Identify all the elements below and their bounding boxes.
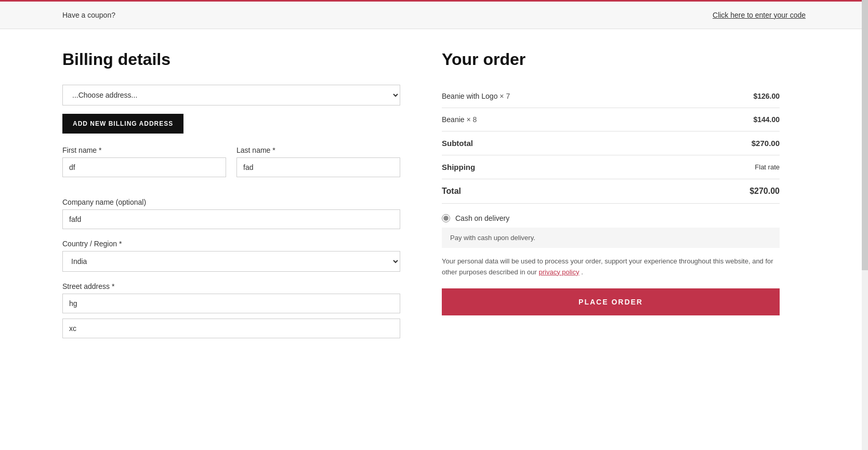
country-group: Country / Region * India United States U…: [62, 240, 400, 272]
order-title: Your order: [442, 50, 780, 69]
place-order-button[interactable]: PLACE ORDER: [442, 288, 780, 315]
shipping-label: Shipping: [442, 155, 676, 179]
company-group: Company name (optional): [62, 198, 400, 229]
main-content: Billing details ...Choose address... ADD…: [0, 29, 868, 369]
product-price-1: $126.00: [676, 85, 780, 108]
add-address-button[interactable]: ADD NEW BILLING ADDRESS: [62, 114, 183, 134]
product-name-2: Beanie × 8: [442, 108, 676, 131]
company-label: Company name (optional): [62, 198, 400, 206]
last-name-group: Last name *: [236, 146, 400, 177]
scrollbar-thumb[interactable]: [862, 0, 868, 270]
subtotal-row: Subtotal $270.00: [442, 131, 780, 155]
address-select[interactable]: ...Choose address...: [62, 85, 400, 105]
order-item-row: Beanie with Logo × 7 $126.00: [442, 85, 780, 108]
street-input-1[interactable]: [62, 294, 400, 313]
order-section: Your order Beanie with Logo × 7 $126.00 …: [442, 50, 780, 349]
first-name-group: First name *: [62, 146, 226, 177]
total-value: $270.00: [676, 179, 780, 204]
total-row: Total $270.00: [442, 179, 780, 204]
last-name-input[interactable]: [236, 157, 400, 177]
order-item-row: Beanie × 8 $144.00: [442, 108, 780, 131]
scrollbar-track[interactable]: [862, 0, 868, 369]
subtotal-value: $270.00: [676, 131, 780, 155]
street-input-2[interactable]: [62, 319, 400, 338]
total-label: Total: [442, 179, 676, 204]
coupon-text: Have a coupon?: [62, 11, 115, 19]
subtotal-label: Subtotal: [442, 131, 676, 155]
privacy-text: Your personal data will be used to proce…: [442, 256, 780, 278]
first-name-input[interactable]: [62, 157, 226, 177]
payment-description: Pay with cash upon delivery.: [442, 228, 780, 248]
street-label: Street address *: [62, 282, 400, 290]
coupon-bar: Have a coupon? Click here to enter your …: [0, 0, 868, 29]
payment-option: Cash on delivery: [442, 214, 780, 222]
payment-section: Cash on delivery Pay with cash upon deli…: [442, 214, 780, 315]
shipping-value: Flat rate: [676, 155, 780, 179]
billing-section: Billing details ...Choose address... ADD…: [62, 50, 400, 349]
street-group: Street address *: [62, 282, 400, 338]
product-name-1: Beanie with Logo × 7: [442, 85, 676, 108]
first-name-label: First name *: [62, 146, 226, 154]
last-name-label: Last name *: [236, 146, 400, 154]
name-row: First name * Last name *: [62, 146, 400, 188]
privacy-policy-link[interactable]: privacy policy: [538, 268, 579, 276]
product-price-2: $144.00: [676, 108, 780, 131]
billing-title: Billing details: [62, 50, 400, 69]
cash-on-delivery-label: Cash on delivery: [455, 214, 509, 222]
company-input[interactable]: [62, 209, 400, 229]
country-label: Country / Region *: [62, 240, 400, 248]
order-table: Beanie with Logo × 7 $126.00 Beanie × 8 …: [442, 85, 780, 204]
shipping-row: Shipping Flat rate: [442, 155, 780, 179]
country-select[interactable]: India United States United Kingdom: [62, 251, 400, 272]
cash-on-delivery-radio[interactable]: [442, 214, 450, 222]
coupon-link[interactable]: Click here to enter your code: [713, 11, 806, 19]
